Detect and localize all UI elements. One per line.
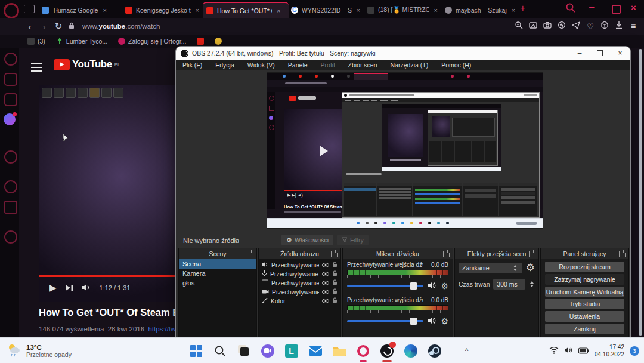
edge-icon[interactable]	[403, 343, 419, 359]
source-row[interactable]: Kolor	[259, 296, 340, 305]
eye-icon[interactable]	[322, 262, 329, 269]
studio-mode-button[interactable]: Tryb studia	[545, 299, 624, 309]
task-view-icon[interactable]	[236, 343, 252, 359]
obs-maximize-button[interactable]	[590, 47, 610, 60]
window-maximize-button[interactable]	[612, 5, 621, 14]
favorites-heart-icon[interactable]: ♡	[583, 22, 597, 31]
source-row[interactable]: Przechwytywanie	[259, 278, 340, 287]
menu-pomoc[interactable]: Pomoc (H)	[435, 61, 478, 69]
gx-store-icon[interactable]	[4, 201, 17, 214]
browser-menu-icon[interactable]: ≡	[626, 21, 640, 31]
eye-icon[interactable]	[322, 270, 329, 278]
snapshot-icon[interactable]	[526, 21, 540, 32]
tab-search-icon[interactable]	[565, 2, 576, 13]
close-icon[interactable]: ×	[194, 7, 200, 14]
obs-taskbar-icon[interactable]	[379, 343, 395, 359]
extensions-cube-icon[interactable]	[597, 21, 612, 32]
virtual-camera-button[interactable]: Uruchom Kamerę Wirtualną	[545, 287, 624, 297]
source-row[interactable]: Przechwytywanie	[259, 287, 340, 296]
scenes-header[interactable]: Sceny	[179, 248, 256, 259]
camera-icon[interactable]	[540, 21, 555, 32]
taskbar-search-icon[interactable]	[212, 343, 228, 359]
scene-item[interactable]: głos	[179, 278, 256, 288]
download-icon[interactable]	[612, 21, 626, 32]
popout-icon[interactable]	[529, 251, 535, 257]
opera-gx-logo-icon[interactable]	[4, 3, 19, 19]
lock-icon[interactable]	[332, 288, 338, 296]
wifi-icon[interactable]	[549, 346, 559, 356]
source-row[interactable]: Przechwytywanie	[259, 269, 340, 278]
popout-icon[interactable]	[331, 251, 338, 257]
gear-icon[interactable]: ⚙	[441, 317, 448, 325]
wallet-icon[interactable]	[555, 21, 569, 32]
source-row[interactable]: Przechwytywanie	[259, 260, 340, 269]
back-button[interactable]: ‹	[23, 21, 37, 32]
bookmark-youtube[interactable]	[197, 38, 204, 45]
history-clock-icon[interactable]	[4, 180, 17, 193]
video-player[interactable]: ▶ 1:12 / 1:31	[39, 85, 177, 302]
shopping-bag-icon[interactable]	[4, 73, 17, 86]
tab-how-to-get-out-active[interactable]: How To Get *OUT* O ×	[203, 2, 289, 18]
duration-input[interactable]: 300 ms	[493, 279, 525, 290]
filters-button[interactable]: Filtry	[337, 235, 369, 245]
stop-recording-button[interactable]: Zatrzymaj nagrywanie	[545, 274, 624, 285]
mixer-header[interactable]: Mikser dźwięku	[343, 248, 453, 259]
start-streaming-button[interactable]: Rozpocznij stream	[545, 262, 624, 272]
scene-item[interactable]: Kamera	[179, 269, 256, 278]
obs-close-button[interactable]: ×	[610, 47, 630, 60]
settings-gear-icon[interactable]	[4, 230, 17, 244]
duration-stepper[interactable]	[528, 281, 535, 287]
transition-select[interactable]: Zanikanie	[459, 263, 522, 273]
bookmark-smiley[interactable]	[215, 38, 222, 45]
gx-corner-icon[interactable]	[4, 53, 17, 66]
sources-header[interactable]: Źródła obrazu	[259, 248, 340, 259]
lock-icon[interactable]	[66, 21, 78, 32]
eye-icon[interactable]	[322, 288, 329, 296]
transitions-header[interactable]: Efekty przejścia scen	[455, 248, 538, 259]
menu-profil[interactable]: Profil	[314, 61, 342, 69]
gear-icon[interactable]: ⚙	[441, 282, 448, 290]
tab-mistrzost[interactable]: (18) [🏅 MISTRZOST ×	[364, 2, 442, 18]
steam-icon[interactable]	[427, 343, 442, 359]
properties-button[interactable]: ⚙ Właściwości	[281, 235, 333, 245]
exit-button[interactable]: Zamknij	[545, 324, 624, 334]
page-scrollbar[interactable]	[639, 49, 642, 336]
new-tab-button[interactable]: +	[520, 3, 525, 14]
youtube-logo[interactable]: YouTube PL	[54, 59, 120, 70]
speaker-icon[interactable]	[428, 316, 436, 327]
menu-panele[interactable]: Panele	[281, 61, 314, 69]
close-icon[interactable]: ×	[101, 7, 107, 14]
eye-icon[interactable]	[322, 297, 329, 304]
messenger-icon[interactable]	[4, 113, 16, 125]
start-button[interactable]	[188, 343, 204, 359]
description-link[interactable]: https://twitt...	[148, 325, 177, 333]
close-icon[interactable]: ×	[433, 7, 439, 14]
workspace-icon[interactable]	[24, 5, 35, 13]
forward-button[interactable]: ›	[37, 21, 51, 32]
volume-slider[interactable]	[347, 320, 423, 322]
menu-widok[interactable]: Widok (V)	[241, 61, 281, 69]
lock-icon[interactable]	[332, 270, 338, 278]
popout-icon[interactable]	[619, 251, 626, 257]
lock-icon[interactable]	[332, 279, 338, 287]
close-icon[interactable]: ×	[275, 7, 281, 14]
menu-narzedzia[interactable]: Narzędzia (T)	[384, 61, 435, 69]
window-minimize-button[interactable]: –	[589, 1, 594, 11]
zoom-page-icon[interactable]	[512, 21, 526, 32]
close-icon[interactable]: ×	[510, 7, 516, 14]
menu-plik[interactable]: Plik (F)	[176, 61, 209, 69]
file-explorer-icon[interactable]	[332, 343, 347, 359]
tray-expand-chevron[interactable]: ^	[465, 347, 469, 355]
send-icon[interactable]	[569, 21, 583, 32]
notification-badge[interactable]: 3	[630, 346, 639, 356]
close-icon[interactable]: ×	[355, 7, 361, 14]
battery-icon[interactable]	[578, 346, 589, 356]
next-button[interactable]	[65, 283, 73, 293]
scene-item-selected[interactable]: Scena	[179, 259, 256, 269]
tab-koenigsegg[interactable]: Koenigsegg Jesko to ×	[122, 2, 204, 18]
obs-title-bar[interactable]: OBS 27.2.4 (64-bit, windows) - Profil: B…	[176, 47, 630, 60]
app-l-icon[interactable]: L	[284, 343, 299, 359]
opera-gx-taskbar-icon[interactable]	[355, 343, 371, 359]
mail-icon[interactable]	[308, 343, 323, 359]
tab-tlumacz-google[interactable]: Tłumacz Google ×	[38, 2, 123, 18]
